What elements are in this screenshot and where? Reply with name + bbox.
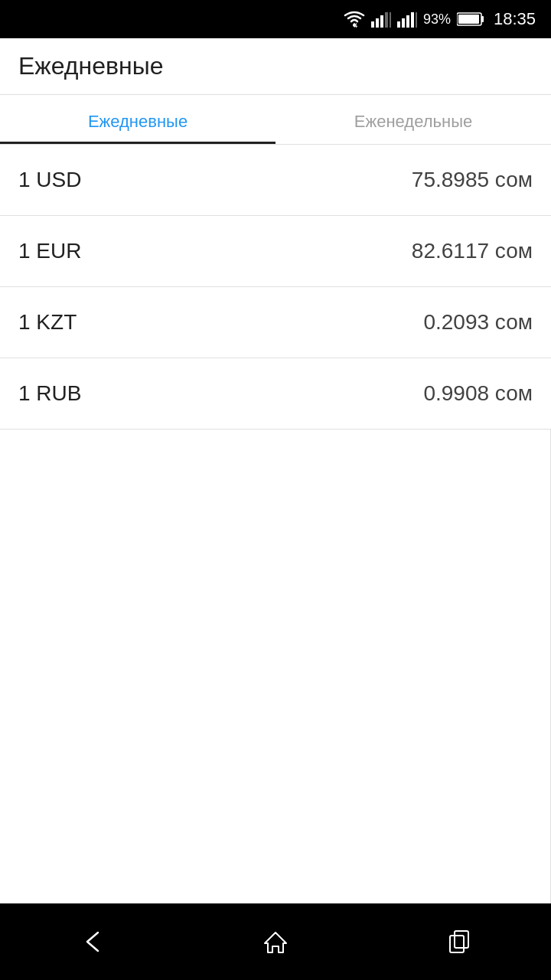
battery-level: 93% — [423, 11, 451, 28]
currency-list: 1 USD 75.8985 сом 1 EUR 82.6117 сом 1 KZ… — [0, 145, 551, 903]
currency-row-usd: 1 USD 75.8985 сом — [0, 145, 551, 216]
currency-label-rub: 1 RUB — [18, 381, 81, 406]
currency-label-usd: 1 USD — [18, 168, 81, 192]
svg-rect-7 — [397, 21, 400, 28]
svg-text:⇅: ⇅ — [353, 22, 358, 28]
svg-rect-6 — [390, 12, 391, 28]
svg-rect-13 — [481, 16, 484, 22]
status-bar: ⇅ 93% 18:35 — [0, 0, 551, 38]
currency-label-kzt: 1 KZT — [18, 310, 77, 335]
home-icon — [260, 926, 291, 957]
status-icons: ⇅ 93% — [344, 11, 484, 28]
currency-value-rub: 0.9908 сом — [423, 381, 533, 406]
page-title: Ежедневные — [18, 52, 533, 80]
back-icon — [77, 926, 107, 957]
wifi-icon: ⇅ — [344, 11, 365, 28]
currency-row-rub: 1 RUB 0.9908 сом — [0, 358, 551, 430]
nav-home-button[interactable] — [245, 919, 306, 965]
nav-back-button[interactable] — [61, 919, 122, 965]
svg-rect-16 — [455, 931, 468, 948]
svg-rect-10 — [411, 12, 414, 28]
nav-bar — [0, 903, 551, 980]
svg-rect-2 — [371, 21, 374, 28]
tab-daily[interactable]: Ежедневные — [0, 95, 276, 144]
status-time: 18:35 — [494, 9, 536, 29]
svg-rect-4 — [380, 15, 383, 28]
currency-value-kzt: 0.2093 сом — [423, 310, 533, 335]
signal-icon-1 — [371, 11, 391, 28]
currency-row-kzt: 1 KZT 0.2093 сом — [0, 287, 551, 358]
battery-icon — [457, 11, 484, 27]
currency-row-eur: 1 EUR 82.6117 сом — [0, 216, 551, 287]
app-header: Ежедневные — [0, 38, 551, 95]
svg-rect-5 — [385, 12, 388, 28]
svg-rect-14 — [458, 15, 479, 24]
tab-weekly[interactable]: Еженедельные — [276, 95, 551, 144]
svg-rect-9 — [406, 15, 409, 28]
empty-area — [0, 430, 551, 903]
signal-icon-2 — [397, 11, 417, 28]
tab-bar: Ежедневные Еженедельные — [0, 95, 551, 145]
nav-recents-button[interactable] — [429, 919, 490, 965]
currency-label-eur: 1 EUR — [18, 239, 81, 263]
svg-rect-15 — [450, 936, 464, 952]
svg-rect-11 — [416, 12, 417, 28]
currency-value-usd: 75.8985 сом — [412, 168, 533, 192]
svg-rect-8 — [402, 18, 405, 28]
recents-icon — [444, 926, 474, 957]
currency-value-eur: 82.6117 сом — [412, 239, 533, 263]
svg-rect-3 — [376, 18, 379, 28]
